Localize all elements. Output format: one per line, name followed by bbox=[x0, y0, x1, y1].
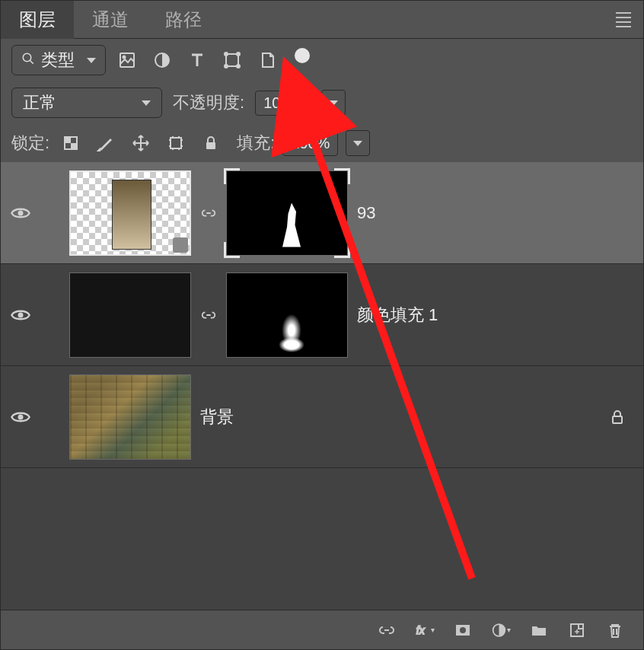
adjustment-filter-icon[interactable] bbox=[148, 46, 176, 74]
blend-row: 正常 不透明度: 100% bbox=[1, 81, 643, 124]
svg-point-8 bbox=[225, 65, 228, 68]
link-icon[interactable] bbox=[200, 307, 217, 323]
fill-label: 填充: bbox=[237, 132, 275, 155]
smartobject-filter-icon[interactable] bbox=[253, 46, 281, 74]
chevron-down-icon bbox=[87, 58, 96, 63]
layer-thumbnail[interactable] bbox=[69, 374, 191, 460]
search-icon bbox=[21, 52, 35, 69]
svg-point-0 bbox=[23, 53, 31, 62]
svg-rect-14 bbox=[206, 142, 215, 149]
layer-item[interactable]: 93 bbox=[1, 162, 643, 264]
filter-type-select[interactable]: 类型 bbox=[11, 45, 106, 75]
layer-name[interactable]: 颜色填充 1 bbox=[357, 304, 626, 327]
adjustment-layer-icon[interactable]: ▾ bbox=[491, 620, 511, 640]
layer-mask-thumbnail[interactable] bbox=[226, 170, 348, 256]
filter-toggle[interactable] bbox=[295, 48, 310, 63]
svg-rect-11 bbox=[65, 137, 71, 143]
lock-label: 锁定: bbox=[11, 132, 49, 155]
panel-menu-icon[interactable] bbox=[616, 12, 631, 27]
bottom-toolbar: fx▾ ▾ bbox=[1, 610, 643, 649]
lock-paint-icon[interactable] bbox=[92, 129, 120, 157]
svg-point-3 bbox=[123, 56, 126, 59]
link-icon[interactable] bbox=[200, 205, 217, 221]
tab-paths[interactable]: 路径 bbox=[147, 1, 220, 39]
lock-all-icon[interactable] bbox=[197, 129, 225, 157]
layer-name[interactable]: 背景 bbox=[200, 406, 599, 429]
svg-point-21 bbox=[460, 627, 466, 633]
layers-panel: 图层 通道 路径 类型 正常 bbox=[0, 0, 644, 650]
blend-mode-label: 正常 bbox=[23, 91, 56, 114]
lock-transparency-icon[interactable] bbox=[57, 129, 84, 157]
blend-mode-select[interactable]: 正常 bbox=[11, 88, 162, 118]
svg-rect-18 bbox=[613, 416, 622, 423]
layer-item[interactable]: 颜色填充 1 bbox=[1, 264, 643, 366]
lock-icon[interactable] bbox=[608, 408, 626, 426]
svg-line-1 bbox=[30, 60, 33, 64]
link-layers-icon[interactable] bbox=[377, 620, 397, 640]
svg-point-16 bbox=[18, 312, 24, 317]
layer-thumbnail[interactable] bbox=[69, 272, 191, 358]
tab-layers[interactable]: 图层 bbox=[1, 1, 74, 39]
shape-filter-icon[interactable] bbox=[218, 46, 246, 74]
opacity-label: 不透明度: bbox=[173, 91, 244, 114]
panel-tabs: 图层 通道 路径 bbox=[1, 1, 643, 39]
svg-point-17 bbox=[18, 414, 24, 419]
opacity-value[interactable]: 100% bbox=[255, 91, 311, 116]
opacity-dropdown[interactable] bbox=[321, 90, 346, 116]
svg-point-15 bbox=[18, 210, 24, 215]
svg-rect-13 bbox=[171, 138, 181, 148]
layer-list: 93 颜色填充 1 背景 bbox=[1, 162, 643, 610]
fill-value[interactable]: 100% bbox=[282, 131, 338, 156]
new-layer-icon[interactable] bbox=[567, 620, 587, 640]
tab-channels[interactable]: 通道 bbox=[74, 1, 147, 39]
fill-dropdown[interactable] bbox=[346, 130, 370, 156]
lock-artboard-icon[interactable] bbox=[162, 129, 190, 157]
svg-rect-5 bbox=[226, 54, 238, 66]
layer-item[interactable]: 背景 bbox=[1, 366, 643, 468]
svg-point-7 bbox=[237, 53, 240, 56]
svg-text:fx: fx bbox=[416, 624, 426, 636]
svg-rect-12 bbox=[71, 143, 77, 149]
filter-row: 类型 bbox=[1, 39, 643, 81]
chevron-down-icon bbox=[142, 100, 151, 106]
delete-layer-icon[interactable] bbox=[605, 620, 625, 640]
svg-point-6 bbox=[225, 53, 228, 56]
svg-point-9 bbox=[237, 65, 240, 68]
text-filter-icon[interactable] bbox=[183, 46, 211, 74]
layer-name[interactable]: 93 bbox=[357, 203, 626, 223]
visibility-icon[interactable] bbox=[10, 202, 31, 224]
lock-row: 锁定: 填充: 100% bbox=[1, 124, 643, 162]
visibility-icon[interactable] bbox=[10, 406, 31, 428]
new-group-icon[interactable] bbox=[529, 620, 549, 640]
image-filter-icon[interactable] bbox=[113, 46, 141, 74]
visibility-icon[interactable] bbox=[10, 304, 31, 326]
layer-thumbnail[interactable] bbox=[69, 170, 191, 256]
filter-type-label: 类型 bbox=[41, 49, 75, 72]
chevron-down-icon bbox=[329, 100, 338, 106]
lock-position-icon[interactable] bbox=[127, 129, 155, 157]
fx-icon[interactable]: fx▾ bbox=[415, 620, 435, 640]
add-mask-icon[interactable] bbox=[453, 620, 473, 640]
layer-mask-thumbnail[interactable] bbox=[226, 272, 348, 358]
chevron-down-icon bbox=[353, 141, 362, 146]
